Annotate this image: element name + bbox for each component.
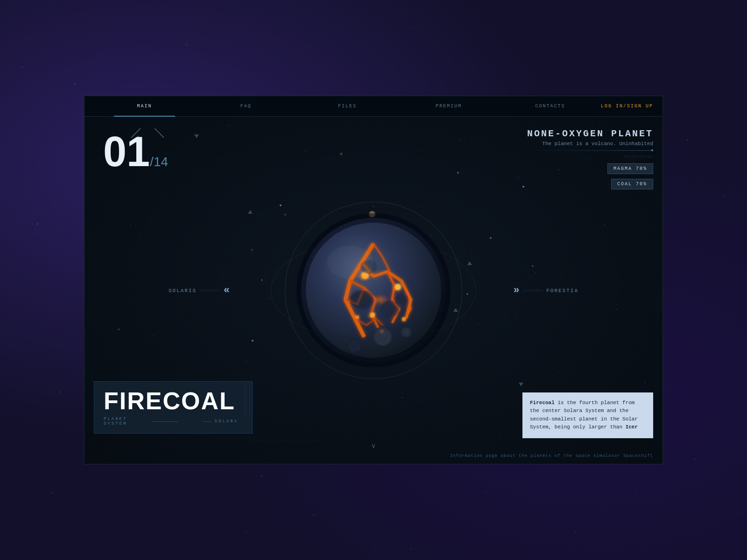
svg-point-31	[522, 186, 524, 188]
svg-point-27	[457, 172, 459, 174]
login-button[interactable]: LOG IN/SIGN UP	[601, 104, 653, 109]
nav-items: MAIN FAQ FILES PREMIUM CONTACTS	[94, 96, 601, 117]
planet-display	[289, 206, 458, 374]
svg-point-25	[280, 204, 282, 206]
prev-hatch: ////////	[200, 288, 220, 292]
nav-item-premium[interactable]: PREMIUM	[398, 96, 500, 117]
svg-point-20	[402, 328, 411, 337]
svg-point-19	[349, 341, 360, 352]
svg-point-14	[350, 290, 374, 309]
main-content: + + 01 /14 SOLARIS //////// « » ////////	[85, 117, 662, 464]
planet-long-description: Firecoal is the fourth planet from the c…	[530, 399, 646, 432]
counter-total: /14	[150, 154, 168, 169]
counter-current: 01	[103, 131, 150, 173]
name-box-hatch	[238, 382, 252, 419]
stat-magma-label: MAGMA 70%	[607, 163, 653, 174]
stat-coal: COAL 70%	[527, 179, 653, 189]
planet-name: FIRECOAL	[104, 389, 238, 413]
deco-plus-2: +	[117, 327, 120, 333]
scroll-indicator: ∨	[372, 442, 375, 450]
nav-label-faq: FAQ	[240, 104, 252, 109]
nav-item-faq[interactable]: FAQ	[195, 96, 296, 117]
stat-coal-label: COAL 70%	[611, 179, 653, 189]
system-separator-2	[203, 421, 211, 422]
slide-counter: 01 /14	[103, 131, 168, 173]
deco-plus-1: +	[250, 247, 254, 254]
system-separator-1	[153, 421, 177, 422]
nav-item-contacts[interactable]: CONTACTS	[500, 96, 601, 117]
planet-system-label: PLANET SYSTEM - - - - - SOLARA	[104, 417, 238, 426]
prev-planet-label: SOLARIS	[169, 287, 197, 293]
svg-point-32	[261, 280, 263, 281]
next-arrow-icon: »	[513, 285, 519, 296]
info-divider	[527, 150, 653, 151]
svg-point-22	[327, 246, 374, 279]
chevron-down-icon: ∨	[372, 442, 375, 450]
next-planet-button[interactable]: » //////// FORESTIA	[513, 285, 578, 296]
svg-point-12	[402, 317, 406, 321]
nav-label-premium: PREMIUM	[436, 104, 462, 109]
svg-point-10	[370, 313, 375, 317]
svg-point-26	[285, 214, 286, 216]
deco-triangle-6	[519, 383, 523, 386]
nav-item-main[interactable]: MAIN	[94, 96, 195, 117]
planet-svg	[289, 206, 458, 374]
svg-point-13	[355, 315, 359, 319]
svg-point-18	[374, 329, 391, 345]
prev-planet-button[interactable]: SOLARIS //////// «	[169, 285, 230, 296]
svg-point-34	[340, 153, 343, 155]
nav-label-files: FILES	[338, 104, 357, 109]
hatch-decoration: ///////////	[527, 154, 653, 159]
planet-description: The planet is a volcano. Uninhabited	[527, 141, 653, 147]
next-hatch: ////////	[523, 288, 543, 292]
prev-arrow-icon: «	[224, 285, 230, 296]
deco-triangle-5	[467, 261, 472, 265]
next-planet-label: FORESTIA	[546, 287, 578, 293]
footer-info: Information page about the planets of th…	[450, 454, 653, 458]
deco-triangle-2	[194, 134, 199, 138]
planet-info-panel: NONE-OXYGEN PLANET The planet is a volca…	[527, 128, 653, 189]
nav-label-main: MAIN	[137, 104, 152, 109]
nav-item-files[interactable]: FILES	[296, 96, 398, 117]
bottom-hatch-decoration: ///////////////////// //////	[248, 440, 341, 443]
svg-point-17	[395, 294, 409, 305]
planet-name-panel: FIRECOAL PLANET SYSTEM - - - - - SOLARA	[94, 381, 253, 434]
svg-point-30	[532, 266, 534, 267]
svg-point-9	[395, 284, 401, 290]
stat-magma: MAGMA 70%	[527, 163, 653, 174]
nav-label-contacts: CONTACTS	[535, 104, 565, 109]
planet-description-box: Firecoal is the fourth planet from the c…	[522, 392, 653, 438]
svg-point-33	[252, 340, 254, 342]
navigation-bar: MAIN FAQ FILES PREMIUM CONTACTS LOG IN/S…	[85, 96, 662, 117]
svg-point-29	[490, 237, 492, 239]
deco-triangle-3	[248, 210, 253, 214]
system-dots: - - - - -	[182, 418, 199, 425]
planet-type: NONE-OXYGEN PLANET	[527, 128, 653, 139]
